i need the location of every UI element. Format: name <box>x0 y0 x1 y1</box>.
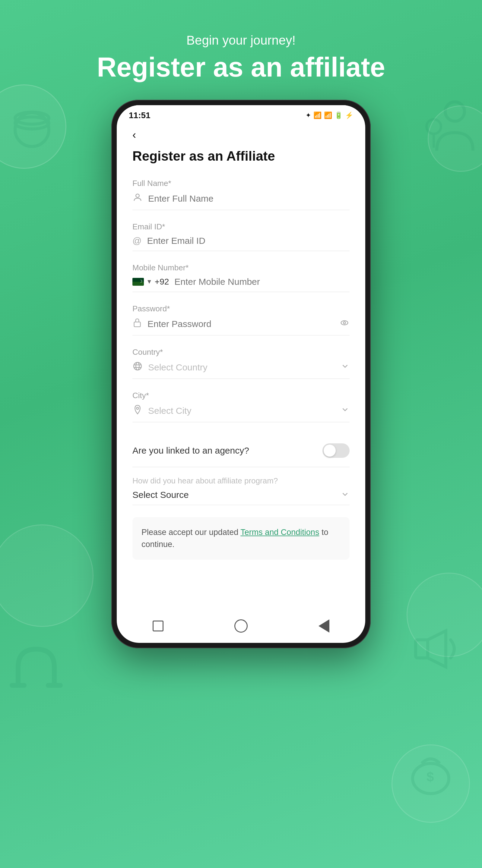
city-placeholder: Select City <box>148 406 191 416</box>
svg-point-4 <box>426 119 441 134</box>
city-group: City* Select City <box>133 391 349 422</box>
svg-point-15 <box>134 362 141 370</box>
svg-point-13 <box>341 321 348 325</box>
full-name-label: Full Name* <box>133 179 349 188</box>
mobile-number-input-row: ▼ +92 <box>133 277 349 292</box>
city-chevron-icon <box>341 405 349 416</box>
signal2-icon: 📶 <box>324 112 332 119</box>
country-group: Country* Select Countr <box>133 347 349 379</box>
header-subtitle: Begin your journey! <box>97 33 385 48</box>
nav-square-button[interactable] <box>150 618 166 634</box>
svg-point-14 <box>343 321 345 324</box>
triangle-icon <box>318 619 330 632</box>
phone-wrapper: 11:51 ✦ 📶 📶 🔋 ⚡ ‹ Register as an Affilia… <box>111 100 371 648</box>
source-label: How did you hear about affiliate program… <box>133 476 349 486</box>
terms-prefix: Please accept our updated <box>141 528 240 537</box>
status-bar: 11:51 ✦ 📶 📶 🔋 ⚡ <box>117 105 365 123</box>
pakistan-flag-icon <box>133 278 144 286</box>
email-id-group: Email ID* @ <box>133 222 349 251</box>
email-id-input-row: @ <box>133 236 349 251</box>
city-select-row[interactable]: Select City <box>133 404 349 422</box>
header-section: Begin your journey! Register as an affil… <box>97 33 385 82</box>
bluetooth-icon: ✦ <box>306 112 311 119</box>
source-section: How did you hear about affiliate program… <box>133 476 349 505</box>
status-icons: ✦ 📶 📶 🔋 ⚡ <box>306 112 353 119</box>
full-name-input-row <box>133 192 349 210</box>
source-chevron-icon <box>341 490 349 500</box>
nav-circle-button[interactable] <box>233 618 249 634</box>
back-button[interactable]: ‹ <box>133 129 136 141</box>
email-id-label: Email ID* <box>133 222 349 231</box>
bg-coins-icon <box>9 96 69 169</box>
country-code: +92 <box>155 277 169 287</box>
svg-text:$: $ <box>426 770 434 784</box>
person-icon <box>133 192 143 205</box>
globe-icon <box>133 361 143 374</box>
header-title: Register as an affiliate <box>97 53 385 82</box>
full-name-input[interactable] <box>148 193 349 204</box>
svg-point-11 <box>136 194 139 197</box>
agency-label: Are you linked to an agency? <box>133 445 249 456</box>
agency-toggle[interactable] <box>322 443 349 458</box>
svg-rect-8 <box>416 640 428 658</box>
svg-point-19 <box>136 407 138 409</box>
mobile-number-label: Mobile Number* <box>133 263 349 273</box>
bg-speaker-icon <box>409 622 464 687</box>
circle-icon <box>234 619 248 632</box>
source-select-row[interactable]: Select Source <box>133 490 349 505</box>
city-select-left: Select City <box>133 404 191 417</box>
email-id-input[interactable] <box>147 236 349 246</box>
password-group: Password* <box>133 304 349 336</box>
country-label: Country* <box>133 347 349 357</box>
battery-icon: 🔋 <box>335 112 343 119</box>
source-placeholder: Select Source <box>133 490 189 500</box>
mobile-number-group: Mobile Number* ▼ +92 <box>133 263 349 292</box>
agency-row: Are you linked to an agency? <box>133 434 349 467</box>
country-select-left: Select Country <box>133 361 207 374</box>
lock-icon <box>133 318 142 330</box>
password-input[interactable] <box>147 319 334 329</box>
eye-icon[interactable] <box>339 318 349 330</box>
square-icon <box>152 621 164 631</box>
location-pin-icon <box>133 404 143 417</box>
dropdown-arrow-icon: ▼ <box>146 278 152 285</box>
terms-section: Please accept our updated Terms and Cond… <box>133 517 349 560</box>
city-label: City* <box>133 391 349 400</box>
password-label: Password* <box>133 304 349 313</box>
nav-back-button[interactable] <box>316 618 332 634</box>
svg-point-16 <box>136 362 139 370</box>
country-placeholder: Select Country <box>148 362 207 373</box>
page-title: Register as an Affiliate <box>133 149 349 164</box>
bolt-icon: ⚡ <box>345 112 353 119</box>
phone-screen: 11:51 ✦ 📶 📶 🔋 ⚡ ‹ Register as an Affilia… <box>117 105 365 643</box>
svg-rect-12 <box>134 322 141 327</box>
phone-prefix[interactable]: ▼ +92 <box>133 277 169 287</box>
country-chevron-icon <box>341 362 349 373</box>
terms-text: Please accept our updated Terms and Cond… <box>141 528 328 549</box>
bg-decor-circle-bottom-left <box>0 524 93 627</box>
app-content: ‹ Register as an Affiliate Full Name* <box>117 123 365 612</box>
full-name-group: Full Name* <box>133 179 349 210</box>
country-select-row[interactable]: Select Country <box>133 361 349 379</box>
mobile-number-input[interactable] <box>174 277 349 287</box>
svg-point-3 <box>445 102 464 121</box>
bg-magnet-icon <box>6 643 66 717</box>
phone-frame: 11:51 ✦ 📶 📶 🔋 ⚡ ‹ Register as an Affilia… <box>111 100 371 648</box>
bg-money-bag-icon: $ <box>403 742 458 808</box>
password-input-row <box>133 318 349 336</box>
terms-link[interactable]: Terms and Conditions <box>240 528 319 537</box>
bottom-nav <box>117 612 365 643</box>
at-icon: @ <box>133 236 141 246</box>
signal-icon: 📶 <box>313 112 321 119</box>
bg-person-icon <box>422 96 476 168</box>
status-time: 11:51 <box>129 111 150 120</box>
toggle-thumb <box>324 444 336 457</box>
